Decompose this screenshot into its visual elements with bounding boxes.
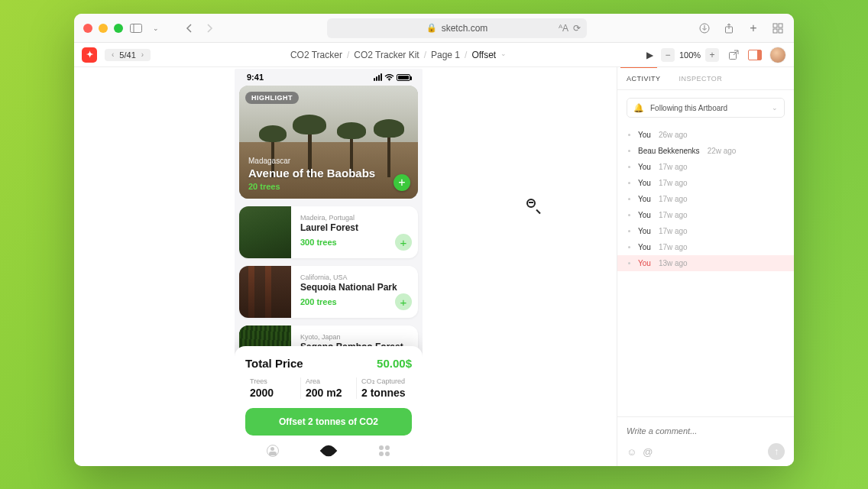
activity-list[interactable]: You26w agoBeau Bekkenenks22w agoYou17w a… bbox=[617, 125, 794, 416]
artboard-nav: ‹ 5/41 › bbox=[105, 49, 151, 61]
zoom-value: 100% bbox=[678, 50, 702, 60]
send-button[interactable]: ↑ bbox=[768, 443, 785, 460]
breadcrumb-chevron-icon[interactable]: ⌄ bbox=[500, 50, 507, 60]
side-panel: ACTIVITY INSPECTOR 🔔 Following this Artb… bbox=[617, 67, 794, 466]
summary-title: Total Price bbox=[245, 357, 303, 370]
card-location: Kyoto, Japan bbox=[300, 333, 410, 341]
bullet-icon bbox=[628, 230, 630, 232]
card-title: Laurel Forest bbox=[300, 222, 410, 233]
activity-time: 17w ago bbox=[659, 195, 688, 203]
open-external-icon[interactable] bbox=[727, 48, 740, 62]
battery-icon bbox=[397, 74, 410, 81]
activity-author: You bbox=[638, 131, 651, 139]
reload-icon[interactable]: ⟳ bbox=[573, 23, 581, 34]
comment-input[interactable] bbox=[627, 426, 785, 436]
stat-label: Trees bbox=[250, 377, 296, 385]
activity-time: 13w ago bbox=[659, 259, 688, 267]
forest-card[interactable]: California, USA Sequoia National Park 20… bbox=[239, 266, 418, 318]
tab-inspector[interactable]: INSPECTOR bbox=[670, 67, 732, 89]
activity-row[interactable]: You17w ago bbox=[617, 191, 794, 207]
activity-author: You bbox=[638, 179, 651, 187]
tab-offset-icon[interactable] bbox=[321, 443, 336, 458]
tab-activity[interactable]: ACTIVITY bbox=[617, 67, 670, 89]
maximize-icon[interactable] bbox=[114, 24, 123, 33]
activity-row[interactable]: You17w ago bbox=[617, 159, 794, 175]
stat-label: Area bbox=[306, 377, 351, 385]
comment-bar: ☺ @ ↑ bbox=[617, 416, 794, 466]
activity-row[interactable]: You13w ago bbox=[617, 255, 794, 271]
offset-cta-button[interactable]: Offset 2 tonnes of CO2 bbox=[245, 408, 412, 436]
app-logo-icon[interactable]: ✦ bbox=[82, 47, 97, 63]
crumb[interactable]: Page 1 bbox=[431, 50, 460, 60]
tab-bar bbox=[245, 436, 412, 458]
svg-rect-4 bbox=[773, 24, 777, 28]
bullet-icon bbox=[628, 262, 630, 264]
activity-time: 17w ago bbox=[659, 243, 688, 251]
highlight-badge: HIGHLIGHT bbox=[245, 92, 299, 104]
activity-author: You bbox=[638, 195, 651, 203]
artboard-counter: 5/41 bbox=[119, 50, 135, 60]
bell-icon: 🔔 bbox=[633, 103, 644, 113]
sidebar-toggle-icon[interactable] bbox=[129, 21, 143, 35]
activity-author: You bbox=[638, 243, 651, 251]
hero-treecount: 20 trees bbox=[248, 182, 387, 191]
prev-artboard-icon[interactable]: ‹ bbox=[109, 50, 116, 59]
close-icon[interactable] bbox=[83, 24, 92, 33]
zoom-control: − 100% + bbox=[661, 48, 719, 62]
panel-toggle-icon[interactable] bbox=[748, 50, 762, 60]
user-avatar[interactable] bbox=[769, 47, 786, 63]
follow-dropdown[interactable]: 🔔 Following this Artboard ⌄ bbox=[627, 98, 785, 118]
hero-title: Avenue of the Baobabs bbox=[248, 167, 387, 180]
reader-icon[interactable]: ᴬA bbox=[559, 23, 568, 34]
add-button[interactable]: + bbox=[395, 234, 412, 251]
address-bar[interactable]: 🔒 sketch.com ᴬA ⟳ bbox=[327, 18, 587, 38]
bullet-icon bbox=[628, 246, 630, 248]
follow-label: Following this Artboard bbox=[650, 104, 727, 112]
emoji-icon[interactable]: ☺ bbox=[627, 446, 636, 458]
stat-value: 2000 bbox=[250, 387, 296, 399]
tab-more-icon[interactable] bbox=[377, 443, 392, 458]
forest-card[interactable]: Madeira, Portugal Laurel Forest 300 tree… bbox=[239, 206, 418, 258]
url-text: sketch.com bbox=[442, 23, 488, 34]
svg-rect-6 bbox=[773, 29, 777, 33]
add-button[interactable]: + bbox=[395, 293, 412, 310]
card-location: Madeira, Portugal bbox=[300, 214, 410, 222]
activity-row[interactable]: You17w ago bbox=[617, 223, 794, 239]
wifi-icon bbox=[384, 73, 394, 83]
zoom-out-button[interactable]: − bbox=[661, 48, 675, 62]
activity-row[interactable]: You17w ago bbox=[617, 207, 794, 223]
lock-icon: 🔒 bbox=[426, 23, 437, 33]
share-icon[interactable] bbox=[722, 21, 736, 35]
crumb[interactable]: CO2 Tracker bbox=[290, 50, 342, 60]
minimize-icon[interactable] bbox=[99, 24, 108, 33]
tab-home-icon[interactable] bbox=[265, 443, 280, 458]
activity-time: 22w ago bbox=[708, 147, 737, 155]
play-icon[interactable]: ▶ bbox=[646, 50, 653, 60]
svg-rect-5 bbox=[779, 24, 782, 28]
mention-icon[interactable]: @ bbox=[643, 446, 653, 458]
activity-row[interactable]: You26w ago bbox=[617, 127, 794, 143]
stat-value: 2 tonnes bbox=[361, 387, 407, 399]
window-traffic-lights[interactable] bbox=[83, 24, 123, 33]
safari-titlebar: ⌄ 🔒 sketch.com ᴬA ⟳ + bbox=[74, 14, 794, 43]
downloads-icon[interactable] bbox=[698, 21, 711, 35]
new-tab-icon[interactable]: + bbox=[747, 21, 760, 35]
nav-back-icon[interactable] bbox=[183, 21, 196, 35]
hero-card[interactable]: HIGHLIGHT Madagascar Avenue of the Baoba… bbox=[239, 86, 418, 199]
activity-row[interactable]: Beau Bekkenenks22w ago bbox=[617, 143, 794, 159]
nav-forward-icon[interactable] bbox=[202, 21, 216, 35]
breadcrumb: CO2 Tracker/ CO2 Tracker Kit/ Page 1/ Of… bbox=[158, 50, 639, 60]
next-artboard-icon[interactable]: › bbox=[139, 50, 146, 59]
canvas[interactable]: 9:41 HIGHLIGHT bbox=[74, 67, 617, 466]
thumbnail bbox=[239, 266, 291, 318]
artboard-offset: 9:41 HIGHLIGHT bbox=[235, 69, 423, 466]
activity-row[interactable]: You17w ago bbox=[617, 175, 794, 191]
zoom-in-button[interactable]: + bbox=[705, 48, 719, 62]
activity-row[interactable]: You17w ago bbox=[617, 239, 794, 255]
bullet-icon bbox=[628, 214, 630, 216]
chevron-down-icon[interactable]: ⌄ bbox=[149, 21, 163, 35]
crumb[interactable]: CO2 Tracker Kit bbox=[354, 50, 419, 60]
tabs-overview-icon[interactable] bbox=[771, 21, 785, 35]
crumb-current[interactable]: Offset bbox=[471, 50, 496, 60]
add-button[interactable]: + bbox=[394, 174, 410, 191]
